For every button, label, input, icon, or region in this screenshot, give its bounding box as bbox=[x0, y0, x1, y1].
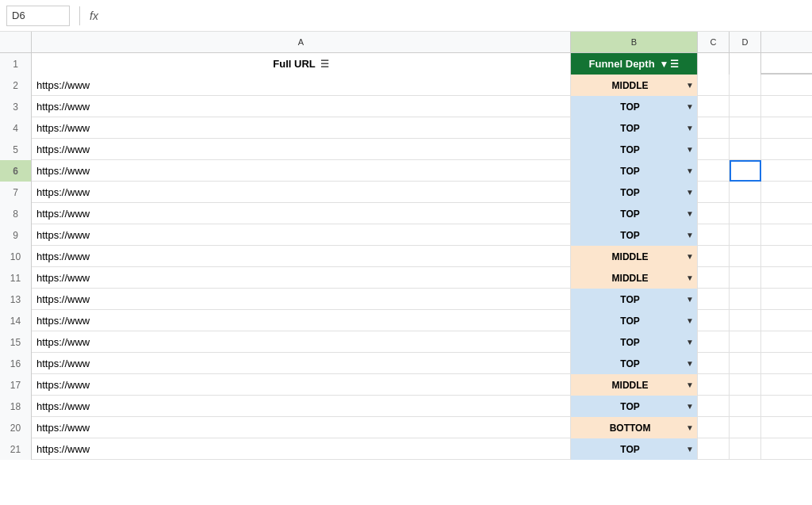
cell-url[interactable]: https://www bbox=[32, 438, 571, 460]
cell-url[interactable]: https://www bbox=[32, 139, 571, 160]
cell-url[interactable]: https://www bbox=[32, 182, 571, 203]
cell-url[interactable]: https://www bbox=[32, 310, 571, 331]
cell-d[interactable] bbox=[730, 331, 761, 353]
cell-d[interactable] bbox=[730, 353, 761, 374]
cell-c[interactable] bbox=[698, 374, 730, 396]
cell-d[interactable] bbox=[730, 267, 761, 289]
col-b-header[interactable]: B bbox=[571, 32, 698, 52]
cell-c[interactable] bbox=[698, 310, 730, 331]
cell-c[interactable] bbox=[698, 267, 730, 289]
cell-d[interactable] bbox=[730, 96, 761, 117]
depth-dropdown-arrow[interactable]: ▼ bbox=[686, 316, 694, 325]
cell-url[interactable]: https://www bbox=[32, 374, 571, 396]
cell-d[interactable] bbox=[730, 75, 761, 96]
filter-icon-a[interactable]: ☰ bbox=[320, 59, 329, 70]
cell-url[interactable]: https://www bbox=[32, 224, 571, 246]
cell-funnel-depth[interactable]: TOP▼ bbox=[571, 438, 698, 460]
cell-c[interactable] bbox=[698, 203, 730, 224]
cell-url[interactable]: https://www bbox=[32, 203, 571, 224]
cell-funnel-depth[interactable]: TOP▼ bbox=[571, 310, 698, 331]
depth-dropdown-arrow[interactable]: ▼ bbox=[686, 445, 694, 453]
cell-reference-box[interactable]: D6 bbox=[6, 6, 70, 26]
depth-dropdown-arrow[interactable]: ▼ bbox=[686, 381, 694, 389]
cell-funnel-depth[interactable]: TOP▼ bbox=[571, 353, 698, 374]
cell-funnel-depth[interactable]: MIDDLE▼ bbox=[571, 374, 698, 396]
cell-c[interactable] bbox=[698, 396, 730, 417]
cell-d[interactable] bbox=[730, 396, 761, 417]
depth-dropdown-arrow[interactable]: ▼ bbox=[686, 423, 694, 432]
cell-c[interactable] bbox=[698, 75, 730, 96]
cell-d[interactable] bbox=[730, 117, 761, 139]
cell-d[interactable] bbox=[730, 160, 761, 182]
cell-funnel-depth[interactable]: TOP▼ bbox=[571, 117, 698, 139]
cell-d[interactable] bbox=[730, 438, 761, 460]
cell-d[interactable] bbox=[730, 246, 761, 267]
cell-d[interactable] bbox=[730, 310, 761, 331]
col-c-header[interactable]: C bbox=[698, 32, 730, 52]
cell-url[interactable]: https://www bbox=[32, 117, 571, 139]
filter-icon-b2[interactable]: ☰ bbox=[670, 59, 679, 70]
depth-dropdown-arrow[interactable]: ▼ bbox=[686, 338, 694, 346]
cell-funnel-depth[interactable]: TOP▼ bbox=[571, 289, 698, 310]
depth-dropdown-arrow[interactable]: ▼ bbox=[686, 166, 694, 175]
cell-c[interactable] bbox=[698, 246, 730, 267]
cell-d[interactable] bbox=[730, 203, 761, 224]
cell-c[interactable] bbox=[698, 96, 730, 117]
cell-url[interactable]: https://www bbox=[32, 353, 571, 374]
cell-url[interactable]: https://www bbox=[32, 160, 571, 182]
cell-d[interactable] bbox=[730, 374, 761, 396]
cell-c[interactable] bbox=[698, 289, 730, 310]
depth-dropdown-arrow[interactable]: ▼ bbox=[686, 124, 694, 132]
formula-input[interactable] bbox=[103, 6, 341, 26]
cell-funnel-depth[interactable]: MIDDLE▼ bbox=[571, 75, 698, 96]
cell-d[interactable] bbox=[730, 224, 761, 246]
depth-dropdown-arrow[interactable]: ▼ bbox=[686, 102, 694, 111]
col-a-header[interactable]: A bbox=[32, 32, 571, 52]
depth-dropdown-arrow[interactable]: ▼ bbox=[686, 81, 694, 90]
cell-funnel-depth[interactable]: TOP▼ bbox=[571, 182, 698, 203]
depth-dropdown-arrow[interactable]: ▼ bbox=[686, 402, 694, 411]
cell-funnel-depth[interactable]: TOP▼ bbox=[571, 331, 698, 353]
depth-dropdown-arrow[interactable]: ▼ bbox=[686, 359, 694, 368]
cell-c[interactable] bbox=[698, 160, 730, 182]
cell-d[interactable] bbox=[730, 139, 761, 160]
cell-d[interactable] bbox=[730, 289, 761, 310]
cell-funnel-depth[interactable]: MIDDLE▼ bbox=[571, 267, 698, 289]
depth-dropdown-arrow[interactable]: ▼ bbox=[686, 252, 694, 261]
cell-funnel-depth[interactable]: TOP▼ bbox=[571, 160, 698, 182]
cell-c[interactable] bbox=[698, 331, 730, 353]
cell-funnel-depth[interactable]: TOP▼ bbox=[571, 139, 698, 160]
cell-url[interactable]: https://www bbox=[32, 331, 571, 353]
cell-c[interactable] bbox=[698, 139, 730, 160]
cell-url[interactable]: https://www bbox=[32, 246, 571, 267]
cell-c[interactable] bbox=[698, 417, 730, 438]
cell-d[interactable] bbox=[730, 182, 761, 203]
cell-funnel-depth[interactable]: TOP▼ bbox=[571, 224, 698, 246]
spreadsheet-body[interactable]: 1 Full URL ☰ Funnel Depth ▼ ☰ 2https://w… bbox=[0, 53, 812, 505]
cell-c[interactable] bbox=[698, 117, 730, 139]
depth-dropdown-arrow[interactable]: ▼ bbox=[686, 209, 694, 218]
depth-dropdown-arrow[interactable]: ▼ bbox=[686, 188, 694, 197]
cell-url[interactable]: https://www bbox=[32, 289, 571, 310]
depth-dropdown-arrow[interactable]: ▼ bbox=[686, 145, 694, 154]
cell-c[interactable] bbox=[698, 438, 730, 460]
cell-url[interactable]: https://www bbox=[32, 267, 571, 289]
cell-funnel-depth[interactable]: MIDDLE▼ bbox=[571, 246, 698, 267]
cell-c[interactable] bbox=[698, 224, 730, 246]
cell-funnel-depth[interactable]: TOP▼ bbox=[571, 96, 698, 117]
cell-funnel-depth[interactable]: TOP▼ bbox=[571, 203, 698, 224]
depth-dropdown-arrow[interactable]: ▼ bbox=[686, 274, 694, 282]
cell-funnel-depth[interactable]: TOP▼ bbox=[571, 396, 698, 417]
cell-url[interactable]: https://www bbox=[32, 75, 571, 96]
cell-url[interactable]: https://www bbox=[32, 417, 571, 438]
cell-url[interactable]: https://www bbox=[32, 396, 571, 417]
filter-icon-b[interactable]: ▼ bbox=[660, 59, 669, 70]
col-d-header[interactable]: D bbox=[730, 32, 761, 52]
depth-dropdown-arrow[interactable]: ▼ bbox=[686, 295, 694, 304]
cell-funnel-depth[interactable]: BOTTOM▼ bbox=[571, 417, 698, 438]
cell-d[interactable] bbox=[730, 417, 761, 438]
depth-dropdown-arrow[interactable]: ▼ bbox=[686, 231, 694, 239]
cell-c[interactable] bbox=[698, 182, 730, 203]
cell-c[interactable] bbox=[698, 353, 730, 374]
cell-url[interactable]: https://www bbox=[32, 96, 571, 117]
